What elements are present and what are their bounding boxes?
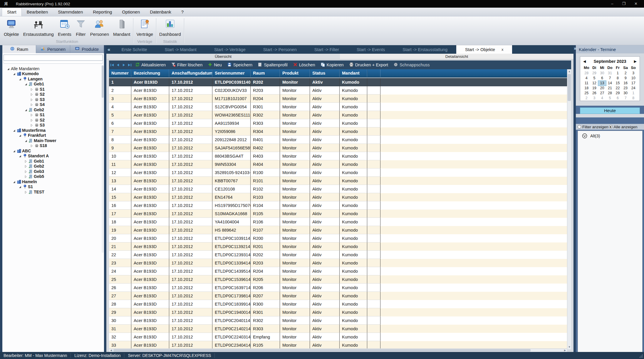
doc-tab-startevents[interactable]: Start -> Events: [348, 45, 394, 54]
scroll-thumb[interactable]: [568, 74, 571, 101]
view-tab-detailansicht[interactable]: Detailansicht: [340, 54, 573, 59]
tree-item-s3[interactable]: S3: [2, 123, 104, 128]
scroll-down-icon[interactable]: ▼: [567, 345, 571, 349]
menu-item-start[interactable]: Start: [2, 8, 22, 16]
expander-closed-icon[interactable]: [30, 123, 33, 127]
expander-closed-icon[interactable]: [30, 118, 33, 122]
tree-filter-row[interactable]: [4, 61, 103, 64]
calendar-day[interactable]: 9: [622, 76, 630, 81]
minimize-button[interactable]: –: [611, 0, 613, 8]
calendar-day[interactable]: 20: [598, 86, 606, 91]
expander-open-icon[interactable]: [18, 134, 22, 137]
toolbar-button-drucken+export[interactable]: Drucken + Export: [346, 62, 391, 68]
tree-item-musterfirma[interactable]: Musterfirma: [2, 128, 104, 133]
table-row[interactable]: 16Acer B193D17.10.2012HS197995D175070R10…: [109, 201, 567, 210]
calendar-day[interactable]: 24: [629, 86, 637, 91]
expander-open-icon[interactable]: [18, 154, 22, 158]
close-button[interactable]: ✕: [634, 0, 638, 8]
table-row[interactable]: 3Acer B193D17.10.2012M1711B10J1007R204Mo…: [109, 95, 567, 103]
column-header-anschaffungsdatum[interactable]: Anschaffungsdatum: [169, 69, 212, 77]
calendar-day[interactable]: 4: [598, 96, 606, 101]
column-header-seriennummer[interactable]: Seriennummer: [212, 69, 251, 77]
calendar-day[interactable]: 14: [606, 81, 614, 86]
menu-item-stammdaten[interactable]: Stammdaten: [53, 8, 88, 16]
tree-item-geb1[interactable]: Geb1: [2, 82, 104, 87]
table-row[interactable]: 30Acer B193D17.10.2012ETLDP0C20401140ER3…: [109, 316, 567, 325]
sidebar-tab-personen[interactable]: >Personen: [36, 45, 70, 53]
calendar-day[interactable]: 29: [614, 91, 622, 96]
table-row[interactable]: 19Acer B193D17.10.2012HS 889642R107Monit…: [109, 226, 567, 234]
calendar-day[interactable]: 17: [629, 81, 637, 86]
calendar-day[interactable]: 4: [583, 76, 591, 81]
expander-closed-icon[interactable]: [30, 92, 33, 96]
calendar-day[interactable]: 5: [591, 76, 598, 81]
calendar-day[interactable]: 3: [591, 96, 598, 101]
calendar-day[interactable]: 23: [622, 86, 630, 91]
expander-open-icon[interactable]: [24, 139, 28, 142]
table-vertical-scrollbar[interactable]: ▲ ▼: [567, 69, 571, 349]
tree-item-s2[interactable]: S2: [2, 92, 104, 97]
sidebar-tab-raum[interactable]: Raum: [2, 45, 36, 53]
calendar-day[interactable]: 1: [614, 71, 622, 76]
table-row[interactable]: 25Acer B193D17.10.2012ETLDP0C15396140ER2…: [109, 275, 567, 284]
calendar-day[interactable]: 16: [622, 81, 630, 86]
table-row[interactable]: 32Acer B193D17.10.2012ETLDP0C22403140EEm…: [109, 333, 567, 341]
table-row[interactable]: 31Acer B193D17.10.2012ETLDP0C21402140ER3…: [109, 325, 567, 333]
calendar-day[interactable]: 8: [614, 76, 622, 81]
column-header-raum[interactable]: Raum: [251, 69, 280, 77]
tree-item-abc[interactable]: ABC: [2, 148, 104, 154]
expander-closed-icon[interactable]: [30, 144, 33, 147]
menu-item-reporting[interactable]: Reporting: [88, 8, 117, 16]
tree-item-frankfurt[interactable]: Frankfurt: [2, 133, 104, 138]
calendar-day-selected[interactable]: 13: [598, 81, 606, 86]
calendar-prev-icon[interactable]: ◀: [583, 59, 586, 63]
tree-item-test[interactable]: TEST: [2, 189, 104, 195]
doc-tab-starterstausstattung[interactable]: Start -> Erstausstattung: [394, 45, 456, 54]
table-row[interactable]: 4Acer B193D17.10.2012S12CBVPG0054R301Mon…: [109, 103, 567, 111]
menu-item-datenbank[interactable]: Datenbank: [145, 8, 176, 16]
table-row[interactable]: 21Acer B193D17.10.2012ETLDP0C11392140ER2…: [109, 242, 567, 251]
calendar-day[interactable]: 30: [598, 71, 606, 76]
table-row[interactable]: 28Acer B193D17.10.2012ETLDP0C18399140ER3…: [109, 300, 567, 308]
menu-item-bearbeiten[interactable]: Bearbeiten: [22, 8, 53, 16]
doc-tab-startobjekte[interactable]: Start -> Objektex: [456, 45, 512, 54]
toolbar-button-neu[interactable]: Neu: [205, 62, 224, 68]
calendar-day[interactable]: 28: [583, 71, 591, 76]
expander-open-icon[interactable]: [24, 108, 28, 112]
tree-item-s4[interactable]: S4: [2, 102, 104, 107]
expander-closed-icon[interactable]: [24, 190, 28, 194]
column-header-nummer[interactable]: Nummer: [109, 69, 131, 77]
toolbar-button-schnappschuss[interactable]: Schnappschuss: [391, 62, 432, 68]
expander-open-icon[interactable]: [12, 72, 16, 75]
tree-item-hameln[interactable]: Hameln: [2, 179, 104, 184]
ribbon-button-mandant[interactable]: Mandant: [111, 18, 132, 37]
sidebar-tab-produkte[interactable]: Produkte: [70, 45, 104, 53]
calendar-day[interactable]: 2: [622, 71, 630, 76]
tree-item-s18[interactable]: S18: [2, 143, 104, 149]
column-header-status[interactable]: Status: [310, 69, 340, 77]
calendar-day[interactable]: 3: [629, 71, 637, 76]
nav-last-button[interactable]: [127, 63, 133, 67]
calendar-day[interactable]: 6: [614, 96, 622, 101]
table-row[interactable]: 1Acer B193D17.10.2012ETLDP0C0391140EER20…: [109, 78, 567, 86]
tree-item-maintower[interactable]: Main-Tower: [2, 138, 104, 143]
expander-closed-icon[interactable]: [24, 170, 28, 173]
tree-item-allemandanten[interactable]: Alle Mandanten: [2, 66, 104, 71]
expander-open-icon[interactable]: [18, 77, 22, 81]
expander-open-icon[interactable]: [12, 180, 16, 183]
table-row[interactable]: 13Acer B193D17.10.2012KBBT00767R101Monit…: [109, 177, 567, 185]
calendar-day[interactable]: 29: [591, 71, 598, 76]
tree-scrollbar[interactable]: [102, 65, 104, 253]
ribbon-button-verträge[interactable]: Verträge: [134, 18, 155, 37]
doc-tab-startmandant[interactable]: Start -> Mandant: [156, 45, 205, 54]
calendar-next-icon[interactable]: ▶: [634, 59, 637, 63]
ribbon-button-filter[interactable]: Filter: [73, 18, 88, 37]
table-row[interactable]: 26Acer B193D17.10.2012ETLDP0C16397140ER2…: [109, 284, 567, 292]
expander-open-icon[interactable]: [12, 129, 16, 132]
table-row[interactable]: 20Acer B193D17.10.2012ETLDP0C10391140ER2…: [109, 234, 567, 242]
doc-tab-startfilter[interactable]: Start -> Filter: [306, 45, 348, 54]
expander-closed-icon[interactable]: [30, 113, 33, 117]
menu-item-optionen[interactable]: Optionen: [117, 8, 145, 16]
calendar-day[interactable]: 28: [606, 91, 614, 96]
expander-open-icon[interactable]: [18, 185, 22, 188]
